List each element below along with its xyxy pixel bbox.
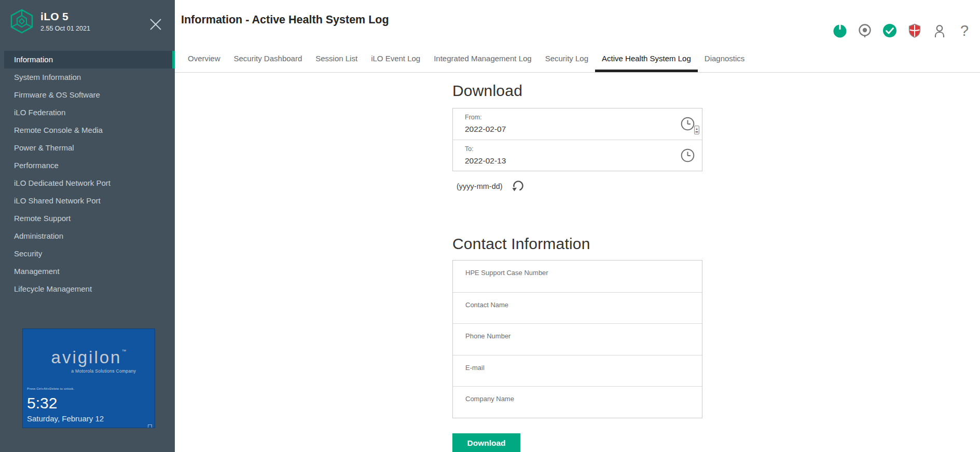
sidebar-item-performance[interactable]: Performance xyxy=(0,157,175,174)
tab-active-health-system-log[interactable]: Active Health System Log xyxy=(595,49,698,72)
app-title: iLO 5 xyxy=(40,10,68,23)
date-from-field[interactable]: From: 2022-02-07 ▲▬ xyxy=(453,108,702,140)
help-icon[interactable]: ? xyxy=(957,23,972,38)
page-header: Information - Active Health System Log xyxy=(175,0,980,42)
date-to-field[interactable]: To: 2022-02-13 xyxy=(453,140,702,171)
clock-icon[interactable] xyxy=(681,117,695,133)
sidebar-header: iLO 5 2.55 Oct 01 2021 xyxy=(0,0,175,51)
from-value: 2022-02-07 xyxy=(465,125,702,134)
sidebar-item-administration[interactable]: Administration xyxy=(0,227,175,245)
tab-security-dashboard[interactable]: Security Dashboard xyxy=(227,49,309,72)
console-corner-icon xyxy=(148,421,152,426)
email-field[interactable]: E-mail xyxy=(453,355,702,387)
date-range-box: From: 2022-02-07 ▲▬ To: 2022-02-13 xyxy=(452,108,702,171)
sidebar-item-system-information[interactable]: System Information xyxy=(0,69,175,86)
uid-indicator-icon[interactable] xyxy=(858,23,872,38)
field-placeholder: Company Name xyxy=(465,395,702,403)
date-format-hint: (yyyy-mm-dd) xyxy=(457,182,503,190)
question-mark-glyph: ? xyxy=(960,23,969,38)
console-brand-subtitle: a Motorola Solutions Company xyxy=(23,368,155,374)
security-status-icon[interactable] xyxy=(907,23,922,38)
sidebar-item-remote-console-media[interactable]: Remote Console & Media xyxy=(0,121,175,139)
reset-dates-icon[interactable] xyxy=(511,180,525,193)
download-section-heading: Download xyxy=(452,80,702,101)
sidebar-item-security[interactable]: Security xyxy=(0,245,175,263)
contact-name-field[interactable]: Contact Name xyxy=(453,292,702,324)
spinner-dash: ▬ xyxy=(696,130,698,133)
sidebar-item-ilo-shared-network-port[interactable]: iLO Shared Network Port xyxy=(0,192,175,210)
trademark-symbol: ™ xyxy=(121,349,126,354)
sidebar-item-power-thermal[interactable]: Power & Thermal xyxy=(0,139,175,157)
phone-number-field[interactable]: Phone Number xyxy=(453,323,702,355)
tab-security-log[interactable]: Security Log xyxy=(539,49,595,72)
date-spinner-icon[interactable]: ▲▬ xyxy=(694,126,699,134)
field-placeholder: Phone Number xyxy=(465,332,702,340)
tab-bar: Overview Security Dashboard Session List… xyxy=(175,42,980,73)
main-content: Information - Active Health System Log xyxy=(175,0,980,452)
power-status-icon[interactable] xyxy=(833,23,847,38)
sidebar-item-information[interactable]: Information xyxy=(4,51,175,69)
sidebar-item-ilo-federation[interactable]: iLO Federation xyxy=(0,104,175,121)
sidebar-item-remote-support[interactable]: Remote Support xyxy=(0,210,175,227)
download-button[interactable]: Download xyxy=(452,433,520,452)
clock-icon[interactable] xyxy=(681,148,695,165)
support-case-number-field[interactable]: HPE Support Case Number xyxy=(453,261,702,292)
app-version: 2.55 Oct 01 2021 xyxy=(40,25,90,32)
sidebar-item-lifecycle-management[interactable]: Lifecycle Management xyxy=(0,280,175,298)
console-clock-time: 5:32 xyxy=(27,394,155,412)
ilo-logo-icon xyxy=(9,8,34,36)
console-brand: avigilon™ xyxy=(23,348,155,367)
user-icon[interactable] xyxy=(932,23,947,38)
field-placeholder: Contact Name xyxy=(465,301,702,309)
page-title: Information - Active Health System Log xyxy=(181,13,389,26)
contact-section-heading: Contact Information xyxy=(452,233,702,255)
health-status-icon[interactable] xyxy=(882,23,897,38)
field-placeholder: HPE Support Case Number xyxy=(465,269,702,277)
date-format-row: (yyyy-mm-dd) xyxy=(452,180,702,193)
sidebar-item-management[interactable]: Management xyxy=(0,263,175,280)
remote-console-thumbnail[interactable]: avigilon™ a Motorola Solutions Company P… xyxy=(22,328,155,428)
avigilon-logo: avigilon xyxy=(51,348,122,367)
close-icon[interactable] xyxy=(148,17,163,32)
sidebar-item-firmware-os-software[interactable]: Firmware & OS Software xyxy=(0,86,175,104)
tab-integrated-management-log[interactable]: Integrated Management Log xyxy=(427,49,538,72)
tab-ilo-event-log[interactable]: iLO Event Log xyxy=(364,49,427,72)
field-placeholder: E-mail xyxy=(465,364,702,372)
sidebar: iLO 5 2.55 Oct 01 2021 Information Syste… xyxy=(0,0,175,452)
tab-session-list[interactable]: Session List xyxy=(309,49,364,72)
tab-overview[interactable]: Overview xyxy=(181,49,227,72)
sidebar-nav: Information System Information Firmware … xyxy=(0,51,175,298)
console-clock-date: Saturday, February 12 xyxy=(27,414,155,423)
status-icon-bar: ? xyxy=(833,23,972,38)
to-label: To: xyxy=(465,145,702,153)
contact-form: HPE Support Case Number Contact Name Pho… xyxy=(452,260,702,418)
to-value: 2022-02-13 xyxy=(465,156,702,166)
ahs-log-panel: Download From: 2022-02-07 ▲▬ To: 2022-02… xyxy=(452,73,702,452)
tab-diagnostics[interactable]: Diagnostics xyxy=(698,49,752,72)
sidebar-item-ilo-dedicated-network-port[interactable]: iLO Dedicated Network Port xyxy=(0,174,175,192)
company-name-field[interactable]: Company Name xyxy=(453,386,702,418)
from-label: From: xyxy=(465,114,702,121)
console-lock-hint: Press Ctrl+Alt+Delete to unlock. xyxy=(27,387,155,390)
